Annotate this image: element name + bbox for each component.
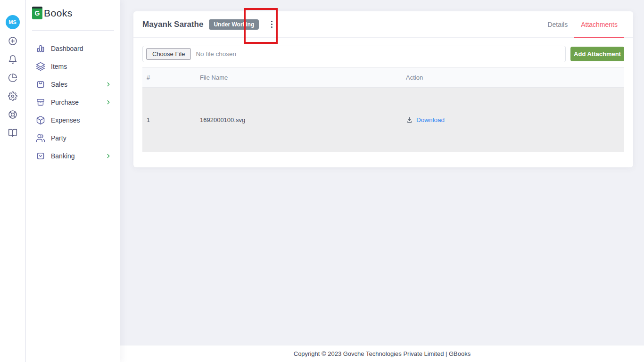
plus-circle-icon[interactable] [8, 36, 17, 46]
download-label: Download [416, 116, 445, 123]
pocket-icon [36, 151, 45, 161]
sidebar-nav: Dashboard Items Sales Purchase [26, 31, 120, 165]
copyright-text: Copyright © 2023 Govche Technologies Pri… [294, 350, 471, 357]
tab-bar: Details Attachments [541, 11, 624, 38]
attachments-table: # File Name Action 1 1692000100.svg Down… [142, 67, 624, 152]
table-header-row: # File Name Action [142, 67, 624, 88]
upload-row: Choose File No file chosen Add Attachmen… [142, 46, 624, 62]
tab-details[interactable]: Details [541, 11, 574, 38]
help-lifebuoy-icon[interactable] [8, 110, 17, 119]
logo-text: Books [44, 8, 73, 19]
sidebar: G Books Dashboard Items Sales [26, 0, 120, 362]
sidebar-item-label: Expenses [51, 116, 80, 124]
sidebar-item-purchase[interactable]: Purchase [26, 93, 120, 111]
sidebar-item-label: Party [51, 134, 66, 142]
detail-card: Mayank Sarathe Under Working Details Att… [133, 11, 633, 167]
logo-book-icon: G [32, 7, 42, 19]
bell-icon[interactable] [8, 55, 17, 64]
sidebar-item-label: Dashboard [51, 45, 83, 52]
sidebar-item-label: Purchase [51, 99, 79, 106]
column-header-index: # [142, 74, 196, 81]
chevron-right-icon [105, 99, 112, 106]
pie-chart-icon[interactable] [8, 73, 17, 82]
add-attachment-button[interactable]: Add Attachment [570, 47, 624, 61]
main-content: Mayank Sarathe Under Working Details Att… [120, 0, 644, 362]
sidebar-item-dashboard[interactable]: Dashboard [26, 40, 120, 58]
chevron-right-icon [105, 153, 112, 159]
layers-icon [36, 62, 45, 71]
download-icon [406, 116, 413, 123]
gear-icon[interactable] [8, 91, 17, 101]
sidebar-item-expenses[interactable]: Expenses [26, 111, 120, 129]
choose-file-button[interactable]: Choose File [146, 48, 191, 60]
book-open-icon[interactable] [8, 128, 17, 138]
users-icon [36, 133, 45, 143]
icon-rail: MS [0, 0, 25, 362]
footer: Copyright © 2023 Govche Technologies Pri… [120, 346, 644, 362]
sidebar-item-items[interactable]: Items [26, 58, 120, 75]
status-badge: Under Working [209, 19, 259, 30]
kebab-menu-icon[interactable] [269, 19, 274, 30]
sidebar-item-party[interactable]: Party [26, 129, 120, 147]
sidebar-item-banking[interactable]: Banking [26, 147, 120, 165]
sidebar-item-label: Items [51, 63, 67, 70]
download-link[interactable]: Download [406, 116, 445, 123]
package-icon [36, 115, 45, 125]
app-logo[interactable]: G Books [26, 0, 120, 19]
row-index: 1 [142, 116, 196, 123]
card-header: Mayank Sarathe Under Working Details Att… [133, 11, 633, 38]
sidebar-item-label: Banking [51, 152, 75, 160]
table-row: 1 1692000100.svg Download [142, 88, 624, 152]
avatar[interactable]: MS [6, 15, 20, 29]
chevron-right-icon [105, 81, 112, 88]
page-title: Mayank Sarathe [142, 20, 203, 29]
file-upload-input[interactable]: Choose File No file chosen [142, 46, 566, 62]
row-file-name: 1692000100.svg [196, 116, 402, 123]
tab-attachments[interactable]: Attachments [574, 11, 624, 38]
sidebar-item-sales[interactable]: Sales [26, 75, 120, 93]
sidebar-item-label: Sales [51, 81, 67, 88]
bar-chart-icon [36, 44, 45, 53]
shopping-bag-icon [36, 80, 45, 89]
column-header-file-name: File Name [196, 74, 402, 81]
archive-icon [36, 98, 45, 107]
rail-icon-list [8, 36, 17, 138]
file-status-text: No file chosen [196, 50, 236, 58]
column-header-action: Action [402, 74, 624, 81]
